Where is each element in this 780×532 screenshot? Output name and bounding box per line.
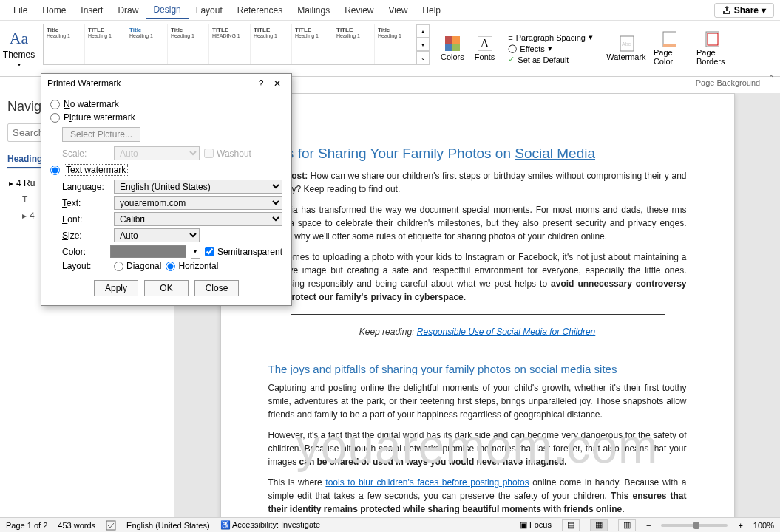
- themes-button[interactable]: Aa Themes ▾: [4, 24, 38, 73]
- apply-button[interactable]: Apply: [94, 280, 138, 296]
- diagonal-radio[interactable]: [114, 262, 123, 271]
- text-watermark-radio[interactable]: Text watermark: [50, 163, 282, 177]
- language-indicator[interactable]: English (United States): [126, 521, 210, 530]
- zoom-level[interactable]: 100%: [753, 521, 774, 530]
- doc-paragraph: However, it's a fact that the digital wo…: [268, 429, 687, 468]
- doc-paragraph: Capturing and posting online the delight…: [268, 381, 687, 421]
- caret-icon: ▸: [9, 178, 13, 188]
- dialog-close-button[interactable]: ✕: [269, 78, 285, 89]
- style-thumb[interactable]: TitleHeading 1: [126, 24, 168, 64]
- share-label: Share: [734, 5, 759, 16]
- accessibility-icon: ♿: [220, 520, 231, 529]
- zoom-slider[interactable]: [661, 524, 728, 527]
- share-button[interactable]: Share ▾: [714, 3, 774, 18]
- color-swatch[interactable]: [110, 245, 186, 258]
- themes-label: Themes: [3, 50, 35, 60]
- page-borders-button[interactable]: Page Borders: [693, 24, 730, 73]
- watermark-icon: Abc: [619, 36, 634, 51]
- read-mode-button[interactable]: ▤: [562, 519, 580, 531]
- tab-design[interactable]: Design: [146, 1, 188, 19]
- print-layout-button[interactable]: ▦: [590, 519, 608, 531]
- no-watermark-radio[interactable]: No watermark: [50, 98, 282, 111]
- horizontal-radio[interactable]: [166, 262, 175, 271]
- themes-icon: Aa: [10, 29, 29, 48]
- color-label: Color:: [62, 247, 106, 257]
- effects-icon: ◯: [508, 44, 517, 53]
- status-bar: Page 1 of 2 453 words English (United St…: [0, 517, 780, 532]
- style-thumb[interactable]: TitleHeading 1: [168, 24, 209, 64]
- fonts-button[interactable]: A Fonts: [472, 35, 498, 63]
- fonts-label: Fonts: [475, 52, 495, 61]
- paragraph-spacing-button[interactable]: ≡Paragraph Spacing ▾: [508, 33, 593, 42]
- dialog-title: Printed Watermark: [47, 78, 253, 89]
- tab-mailings[interactable]: Mailings: [290, 2, 337, 18]
- doc-paragraph: n it comes to uploading a photo with you…: [268, 250, 687, 304]
- tab-home[interactable]: Home: [35, 2, 73, 18]
- language-label: Language:: [62, 182, 109, 192]
- svg-rect-3: [663, 44, 676, 47]
- style-thumb[interactable]: TITLEHeading 1: [251, 24, 292, 64]
- doc-horizontal-rule: [291, 314, 665, 315]
- effects-button[interactable]: ◯Effects ▾: [508, 44, 593, 53]
- picture-watermark-radio[interactable]: Picture watermark: [50, 111, 282, 124]
- keep-reading: Keep reading: Responsible Use of Social …: [268, 325, 687, 338]
- zoom-out-button[interactable]: −: [646, 521, 651, 530]
- close-button[interactable]: Close: [194, 280, 239, 296]
- colors-button[interactable]: Colors: [438, 35, 467, 63]
- spellcheck-icon[interactable]: [106, 520, 116, 531]
- group-label-pagebg: Page Background: [696, 78, 760, 87]
- accessibility-indicator[interactable]: ♿ Accessibility: Investigate: [220, 520, 321, 530]
- size-select[interactable]: Auto: [114, 228, 200, 242]
- ok-button[interactable]: OK: [144, 280, 189, 296]
- layout-label: Layout:: [62, 261, 109, 271]
- fonts-icon: A: [478, 36, 492, 51]
- font-select[interactable]: Calibri: [114, 212, 282, 226]
- color-dropdown[interactable]: ▾: [191, 245, 200, 259]
- watermark-text-select[interactable]: youaremom.com: [114, 196, 282, 210]
- style-thumb[interactable]: TITLEHEADING 1: [209, 24, 251, 64]
- text-label: Text:: [62, 198, 109, 208]
- style-thumb[interactable]: TitleHeading 1: [375, 24, 416, 64]
- style-thumb[interactable]: TITLEHeading 1: [292, 24, 333, 64]
- tab-layout[interactable]: Layout: [189, 2, 230, 18]
- share-icon: [722, 6, 731, 15]
- doc-link[interactable]: tools to blur children's faces before po…: [325, 477, 529, 488]
- check-icon: ✓: [508, 55, 515, 64]
- document-formatting-gallery[interactable]: TitleHeading 1 TITLEHeading 1 TitleHeadi…: [43, 24, 430, 65]
- focus-mode-button[interactable]: ▣ Focus: [520, 520, 552, 530]
- colors-label: Colors: [441, 52, 464, 61]
- watermark-button[interactable]: Abc Watermark: [608, 24, 645, 73]
- tab-view[interactable]: View: [381, 2, 416, 18]
- page-color-button[interactable]: Page Color: [651, 24, 688, 73]
- dialog-help-button[interactable]: ?: [253, 78, 269, 89]
- collapse-ribbon-icon[interactable]: ⌃: [768, 74, 774, 82]
- web-layout-button[interactable]: ▥: [618, 519, 636, 531]
- page-color-icon: [662, 32, 676, 47]
- doc-link[interactable]: Social Media: [515, 146, 595, 161]
- tab-insert[interactable]: Insert: [73, 2, 110, 18]
- tab-help[interactable]: Help: [415, 2, 448, 18]
- doc-link[interactable]: Responsible Use of Social Media for Chil…: [417, 327, 595, 337]
- set-default-button[interactable]: ✓Set as Default: [508, 55, 593, 64]
- select-picture-button: Select Picture...: [62, 127, 140, 142]
- svg-rect-6: [106, 521, 115, 530]
- document-page: youaremom.com ules for Sharing Your Fami…: [220, 93, 735, 517]
- caret-icon: ▸: [22, 211, 27, 221]
- style-thumb[interactable]: TITLEHeading 1: [85, 24, 126, 64]
- tab-file[interactable]: File: [6, 2, 35, 18]
- gallery-scroll[interactable]: ▴▾⌄: [416, 24, 430, 64]
- page-indicator[interactable]: Page 1 of 2: [6, 521, 47, 530]
- tab-review[interactable]: Review: [337, 2, 381, 18]
- size-label: Size:: [62, 231, 109, 241]
- language-select[interactable]: English (United States): [114, 180, 282, 194]
- tab-references[interactable]: References: [230, 2, 290, 18]
- tab-draw[interactable]: Draw: [110, 2, 146, 18]
- zoom-in-button[interactable]: +: [738, 521, 742, 530]
- style-thumb[interactable]: TITLEHeading 1: [333, 24, 375, 64]
- style-thumb[interactable]: TitleHeading 1: [44, 24, 85, 64]
- ribbon-tabs: File Home Insert Draw Design Layout Refe…: [0, 0, 780, 21]
- word-count[interactable]: 453 words: [58, 521, 95, 530]
- semitransparent-checkbox[interactable]: [205, 247, 214, 256]
- printed-watermark-dialog: Printed Watermark ? ✕ No watermark Pictu…: [41, 73, 292, 306]
- doc-paragraph: line post: How can we share our children…: [268, 169, 687, 196]
